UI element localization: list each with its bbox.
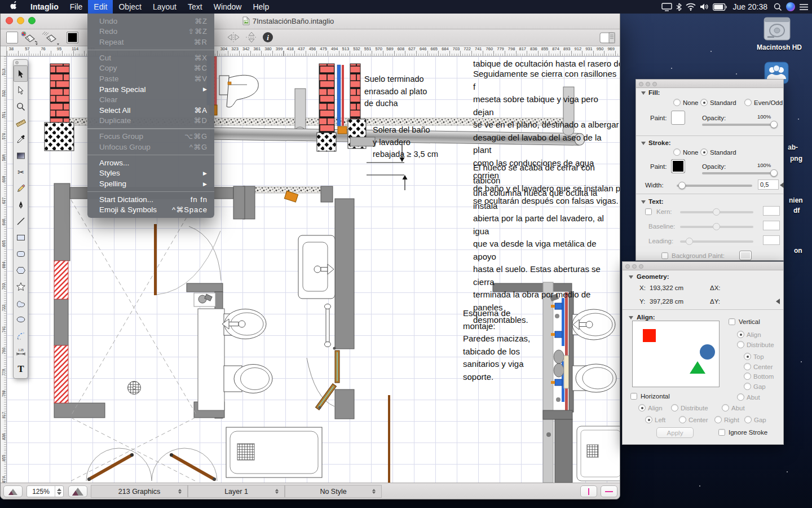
stroke-standard-radio[interactable]: Standard — [700, 148, 736, 156]
stroke-paint-swatch[interactable] — [671, 159, 685, 173]
fill-standard-radio[interactable]: Standard — [700, 99, 736, 106]
ignore-stroke-checkbox[interactable] — [718, 429, 725, 436]
info-button[interactable]: i — [262, 32, 273, 43]
menu-item-undo[interactable]: Undo⌘Z — [87, 16, 214, 27]
kern-checkbox[interactable] — [645, 208, 652, 215]
menu-item-paste-special[interactable]: Paste Special▶ — [87, 84, 214, 95]
foundation-block[interactable] — [45, 122, 74, 151]
fill-opacity-slider[interactable] — [702, 124, 778, 126]
flip-horizontal-icon[interactable] — [226, 31, 241, 43]
menu-item-arrows[interactable]: Arrows... — [87, 157, 214, 168]
leading-field[interactable] — [763, 235, 780, 245]
stroke-none-radio[interactable]: None — [673, 148, 699, 156]
menu-help[interactable]: Help — [247, 0, 275, 14]
h-right-radio[interactable]: Right — [714, 416, 739, 423]
tool-pen[interactable] — [14, 196, 28, 213]
zoom-window-button[interactable] — [28, 17, 36, 24]
palette-close-icon[interactable] — [625, 264, 630, 269]
zoom-level-control[interactable]: 125% — [27, 485, 64, 497]
shower-tray[interactable] — [577, 426, 620, 481]
tool-selection[interactable] — [14, 65, 28, 82]
vertical-checkbox[interactable] — [729, 318, 735, 325]
menu-item-emoji-symbols[interactable]: Emoji & Symbols^⌘Space — [87, 205, 214, 216]
annotation-suelo[interactable]: Suelo terminado enrasado al plato de duc… — [364, 73, 427, 110]
graphics-count-popup[interactable]: 213 Graphics — [91, 485, 188, 498]
menu-item-repeat[interactable]: Repeat⌘R — [87, 37, 214, 47]
horizontal-guide-button[interactable] — [601, 485, 617, 497]
brick-pier[interactable] — [50, 64, 69, 122]
partition-wall-hatched[interactable] — [54, 261, 68, 299]
desktop-file-label-fragment[interactable]: nien — [789, 196, 803, 204]
annotation-solera[interactable]: Solera del baño y lavadero rebajada ≥ 3,… — [373, 124, 438, 161]
volume-icon[interactable] — [700, 3, 709, 11]
bathtub[interactable] — [226, 427, 322, 478]
baseline-field[interactable] — [763, 221, 780, 230]
disclosure-triangle-icon[interactable] — [629, 275, 633, 279]
tool-rounded-rectangle[interactable] — [14, 246, 28, 262]
layer-popup[interactable]: Layer 1 — [188, 485, 285, 498]
horizontal-checkbox[interactable] — [630, 393, 637, 400]
apply-button[interactable]: Apply — [656, 427, 694, 438]
fill-evenodd-radio[interactable]: Even/Odd — [744, 99, 783, 106]
palette-close-icon[interactable] — [639, 82, 643, 86]
stroke-width-slider[interactable] — [677, 185, 752, 187]
tool-scissors[interactable]: ✂ — [14, 164, 28, 180]
background-paint-checkbox[interactable] — [661, 252, 668, 259]
partition-wall-hatched[interactable] — [54, 345, 68, 403]
fill-color-swatch[interactable] — [6, 32, 18, 43]
zoom-stepper[interactable] — [55, 486, 63, 497]
v-center-radio[interactable]: Center — [744, 363, 773, 370]
menu-layout[interactable]: Layout — [147, 0, 182, 14]
tool-pencil[interactable] — [14, 180, 28, 196]
wifi-icon[interactable] — [686, 3, 696, 11]
h-center-radio[interactable]: Center — [679, 416, 708, 423]
menu-item-focus-group[interactable]: Focus Group⌥⌘G — [87, 132, 214, 142]
stroke-opacity-slider[interactable] — [702, 172, 778, 174]
menubar-clock[interactable]: Jue 20:38 — [731, 2, 770, 11]
menu-item-copy[interactable]: Copy⌘C — [87, 63, 214, 74]
brick-pier[interactable] — [319, 64, 334, 133]
h-align-radio[interactable]: Align — [638, 404, 663, 411]
tool-dimension[interactable]: 1.25 — [14, 344, 28, 360]
stroke-color-swatch[interactable] — [67, 32, 78, 43]
kern-field[interactable] — [763, 206, 780, 216]
apple-menu[interactable] — [0, 0, 25, 14]
h-gap-radio[interactable]: Gap — [744, 416, 766, 423]
desktop-file-label-fragment[interactable]: png — [790, 155, 802, 163]
tool-ruler[interactable] — [14, 115, 28, 131]
menu-item-select-all[interactable]: Select All⌘A — [87, 105, 214, 116]
fill-paint-swatch[interactable] — [671, 111, 685, 125]
v-gap-radio[interactable]: Gap — [744, 383, 766, 390]
tool-arc[interactable] — [14, 327, 28, 344]
spotlight-icon[interactable] — [774, 3, 782, 11]
tool-palette-header[interactable] — [14, 60, 28, 65]
notification-center-icon[interactable] — [799, 3, 809, 11]
tool-zoom[interactable] — [14, 98, 28, 115]
menu-item-cut[interactable]: Cut⌘X — [87, 52, 214, 63]
siri-icon[interactable] — [786, 2, 795, 11]
h-abut-radio[interactable]: Abut — [722, 404, 745, 411]
style-popup[interactable]: No Style — [285, 485, 382, 498]
menu-item-paste[interactable]: Paste⌘V — [87, 73, 214, 84]
sanitary-column[interactable] — [198, 309, 224, 410]
desktop-file-label-fragment[interactable]: on — [794, 247, 802, 255]
tool-direct-selection[interactable] — [14, 82, 28, 98]
tool-gradient[interactable] — [14, 147, 28, 164]
menu-object[interactable]: Object — [113, 0, 147, 14]
vertical-guide-button[interactable] — [580, 485, 597, 497]
fill-paint-bucket-icon[interactable] — [20, 31, 39, 45]
menu-item-start-dictation[interactable]: Start Dictation...fn fn — [87, 194, 214, 205]
brick-pier[interactable] — [350, 64, 360, 119]
v-abut-radio[interactable]: Abut — [737, 393, 760, 401]
tool-ellipse[interactable] — [14, 311, 28, 327]
toilet[interactable] — [572, 364, 616, 392]
disclosure-triangle-icon[interactable] — [641, 142, 646, 145]
menu-item-clear[interactable]: Clear — [87, 94, 214, 105]
h-left-radio[interactable]: Left — [645, 416, 665, 423]
desktop-file-label-fragment[interactable]: ab- — [788, 143, 798, 151]
fill-none-radio[interactable]: None — [673, 99, 699, 106]
v-align-radio[interactable]: Align — [737, 331, 761, 338]
palette-titlebar[interactable] — [636, 80, 783, 88]
panel-toggle-icon[interactable] — [599, 32, 615, 43]
palette-titlebar[interactable] — [623, 262, 783, 270]
